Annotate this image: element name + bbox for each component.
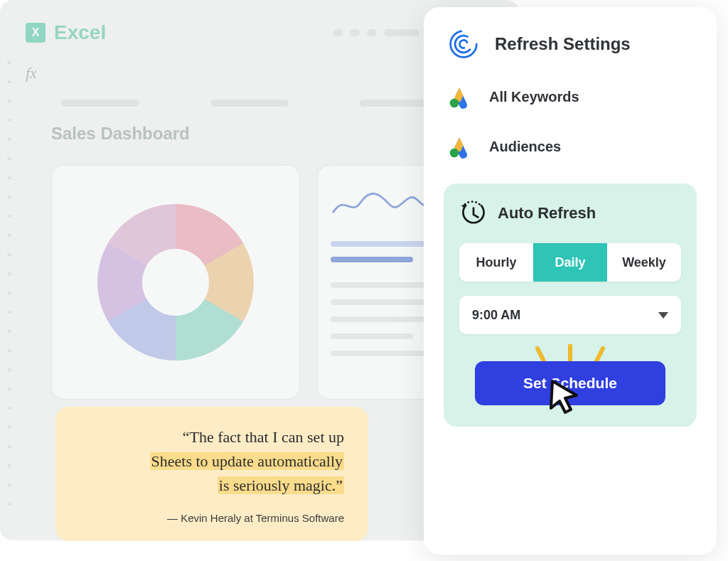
segment-daily[interactable]: Daily — [533, 243, 607, 282]
time-value: 9:00 AM — [472, 308, 520, 323]
set-schedule-button[interactable]: Set Schedule — [475, 361, 665, 405]
fx-label: fx — [26, 64, 37, 82]
testimonial-text: “The fact that I can set up Sheets to up… — [80, 425, 344, 498]
segment-hourly[interactable]: Hourly — [459, 243, 533, 282]
quote-line-1: “The fact that I can set up — [183, 428, 344, 446]
time-select[interactable]: 9:00 AM — [459, 296, 681, 334]
panel-title: Refresh Settings — [495, 34, 631, 54]
svg-point-2 — [459, 40, 469, 49]
quote-line-2-highlight: Sheets to update automatically — [150, 452, 344, 470]
source-item-audiences[interactable]: Audiences — [444, 134, 697, 159]
chevron-down-icon — [658, 312, 668, 319]
donut-chart-card — [51, 165, 300, 400]
frequency-segmented-control: Hourly Daily Weekly — [459, 243, 681, 282]
google-ads-icon — [448, 134, 473, 159]
svg-point-8 — [475, 201, 477, 203]
testimonial-attribution: — Kevin Heraly at Terminus Software — [80, 512, 344, 524]
svg-point-6 — [467, 201, 469, 203]
source-item-keywords[interactable]: All Keywords — [444, 84, 697, 109]
auto-refresh-card: Auto Refresh Hourly Daily Weekly 9:00 AM… — [444, 183, 697, 427]
quote-line-3-highlight: is seriously magic.” — [218, 476, 344, 494]
app-name: Excel — [54, 21, 106, 44]
source-item-label: All Keywords — [489, 89, 579, 105]
svg-point-9 — [478, 203, 481, 205]
donut-chart — [97, 204, 254, 360]
google-ads-icon — [448, 84, 473, 109]
coefficient-spiral-icon — [448, 28, 479, 60]
auto-refresh-clock-icon — [459, 199, 488, 228]
row-gutter — [7, 61, 11, 506]
auto-refresh-title: Auto Refresh — [498, 204, 596, 223]
segment-weekly[interactable]: Weekly — [607, 243, 681, 282]
testimonial-card: “The fact that I can set up Sheets to up… — [55, 407, 368, 541]
svg-point-7 — [471, 201, 473, 203]
excel-logo-icon: X — [26, 23, 46, 43]
svg-point-3 — [450, 99, 459, 108]
svg-point-1 — [451, 32, 476, 56]
refresh-settings-panel: Refresh Settings All Keywords Audiences — [424, 7, 717, 555]
svg-point-4 — [450, 149, 459, 158]
source-item-label: Audiences — [489, 139, 561, 155]
